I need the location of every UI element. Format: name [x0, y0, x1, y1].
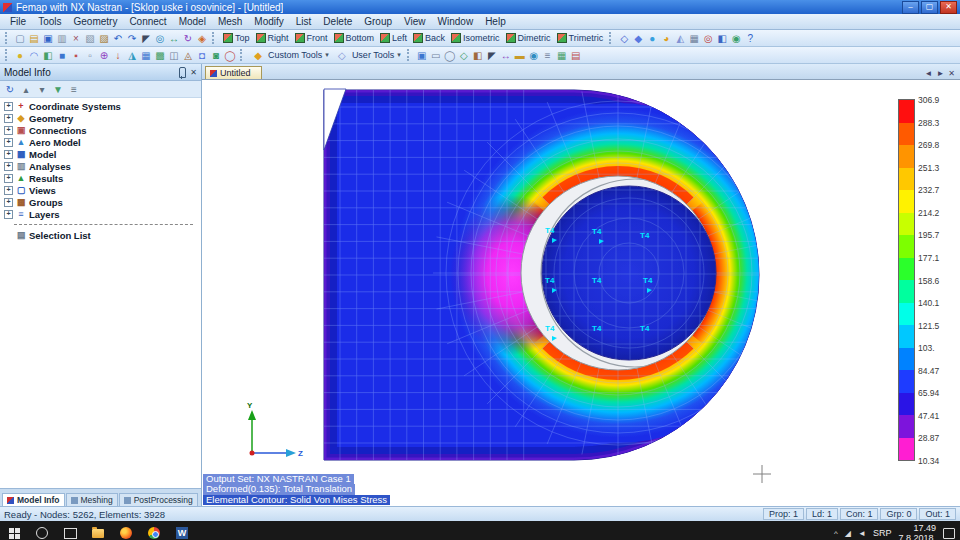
menu-list[interactable]: List: [290, 16, 318, 27]
menu-connect[interactable]: Connect: [123, 16, 172, 27]
menu-group[interactable]: Group: [358, 16, 398, 27]
view-options-icon[interactable]: ◧: [715, 32, 729, 45]
panel-header[interactable]: Model Info ✕: [0, 64, 201, 81]
taskbar-clock[interactable]: 17.49 7.8.2018.: [898, 523, 936, 540]
wireframe-icon[interactable]: ◇: [617, 32, 631, 45]
entity-info-icon[interactable]: ◉: [527, 49, 541, 62]
visibility-icon[interactable]: ◉: [729, 32, 743, 45]
polygon-select-icon[interactable]: ◇: [457, 49, 471, 62]
view-back-button[interactable]: Back: [410, 33, 448, 43]
tree-item-geometry[interactable]: +◆Geometry: [0, 112, 201, 124]
view-top-button[interactable]: Top: [220, 33, 253, 43]
expander-icon[interactable]: +: [4, 102, 13, 111]
cut-icon[interactable]: ×: [69, 32, 83, 45]
node-icon[interactable]: ▪: [69, 49, 83, 62]
pointer-icon[interactable]: ◤: [139, 32, 153, 45]
tree-item-connections[interactable]: +▣Connections: [0, 124, 201, 136]
solid-icon[interactable]: ■: [55, 49, 69, 62]
open-icon[interactable]: ▤: [27, 32, 41, 45]
panel-tab-postprocessing[interactable]: PostProcessing: [119, 493, 198, 506]
delete-mesh-icon[interactable]: ◯: [223, 49, 237, 62]
pin-icon[interactable]: [179, 67, 186, 78]
menu-delete[interactable]: Delete: [317, 16, 358, 27]
select-all-icon[interactable]: ▣: [415, 49, 429, 62]
menu-modify[interactable]: Modify: [248, 16, 289, 27]
expander-icon[interactable]: +: [4, 162, 13, 171]
search-button[interactable]: [28, 521, 56, 540]
tree-item-selection-list[interactable]: ▤Selection List: [0, 229, 201, 241]
custom-tools-dropdown[interactable]: ◆Custom Tools▾: [248, 49, 332, 62]
expander-icon[interactable]: +: [4, 114, 13, 123]
surface-icon[interactable]: ◧: [41, 49, 55, 62]
zoom-icon[interactable]: ◎: [153, 32, 167, 45]
tree-item-aero-model[interactable]: +▲Aero Model: [0, 136, 201, 148]
panel-filter-icon[interactable]: ▼: [51, 83, 65, 96]
save-icon[interactable]: ▣: [41, 32, 55, 45]
document-tab-untitled[interactable]: Untitled: [205, 66, 262, 79]
tree-item-model[interactable]: +▦Model: [0, 148, 201, 160]
action-center-icon[interactable]: [943, 528, 955, 539]
quad-element-icon[interactable]: ◫: [167, 49, 181, 62]
ruler-icon[interactable]: ▬: [513, 49, 527, 62]
snap-icon[interactable]: ◎: [701, 32, 715, 45]
paste-icon[interactable]: ▨: [97, 32, 111, 45]
panel-tab-model-info[interactable]: Model Info: [2, 493, 65, 506]
close-button[interactable]: ✕: [940, 1, 957, 14]
expander-icon[interactable]: +: [4, 126, 13, 135]
view-isometric-button[interactable]: Isometric: [448, 33, 503, 43]
expander-icon[interactable]: +: [4, 174, 13, 183]
help-icon[interactable]: ?: [743, 32, 757, 45]
expander-icon[interactable]: +: [4, 210, 13, 219]
shaded-icon[interactable]: ●: [645, 32, 659, 45]
front-select-icon[interactable]: ◧: [471, 49, 485, 62]
menu-file[interactable]: File: [4, 16, 32, 27]
volume-icon[interactable]: ◄: [858, 529, 866, 538]
pick-icon[interactable]: ◤: [485, 49, 499, 62]
perspective-icon[interactable]: ◭: [673, 32, 687, 45]
tree-item-results[interactable]: +▲Results: [0, 172, 201, 184]
mesh-check-icon[interactable]: ◙: [209, 49, 223, 62]
grid-icon[interactable]: ▦: [687, 32, 701, 45]
tree-item-views[interactable]: +▢Views: [0, 184, 201, 196]
show-hidden-icons-chevron[interactable]: ^: [834, 529, 838, 538]
measure-icon[interactable]: ↔: [499, 49, 513, 62]
menu-model[interactable]: Model: [173, 16, 212, 27]
undo-icon[interactable]: ↶: [111, 32, 125, 45]
expander-icon[interactable]: +: [4, 198, 13, 207]
view-dimetric-button[interactable]: Dimetric: [503, 33, 554, 43]
pan-icon[interactable]: ↔: [167, 32, 181, 45]
minimize-button[interactable]: –: [902, 1, 919, 14]
toolbar-handle[interactable]: [5, 32, 10, 44]
toolbar-handle[interactable]: [212, 32, 217, 44]
hex-element-icon[interactable]: ◘: [195, 49, 209, 62]
toolbar-handle[interactable]: [609, 32, 614, 44]
maximize-button[interactable]: ▢: [921, 1, 938, 14]
menu-help[interactable]: Help: [479, 16, 512, 27]
refine-mesh-icon[interactable]: ▩: [153, 49, 167, 62]
tri-element-icon[interactable]: ◬: [181, 49, 195, 62]
panel-close-icon[interactable]: ✕: [190, 68, 197, 77]
new-icon[interactable]: ▢: [13, 32, 27, 45]
panel-expand-all-icon[interactable]: ▾: [35, 83, 49, 96]
csys-icon[interactable]: ⊕: [97, 49, 111, 62]
chrome-button[interactable]: [140, 521, 168, 540]
circle-select-icon[interactable]: ◯: [443, 49, 457, 62]
tab-scroll-left-icon[interactable]: ◄: [924, 69, 932, 78]
menu-geometry[interactable]: Geometry: [67, 16, 123, 27]
view-front-button[interactable]: Front: [292, 33, 331, 43]
start-button[interactable]: [0, 521, 28, 540]
table-icon[interactable]: ▦: [555, 49, 569, 62]
language-indicator[interactable]: SRP: [873, 528, 892, 538]
file-explorer-button[interactable]: [84, 521, 112, 540]
constraint-icon[interactable]: ◮: [125, 49, 139, 62]
view-trimetric-button[interactable]: Trimetric: [554, 33, 607, 43]
user-tools-dropdown[interactable]: ◇User Tools▾: [332, 49, 404, 62]
fit-view-icon[interactable]: ◈: [195, 32, 209, 45]
task-view-button[interactable]: [56, 521, 84, 540]
tab-close-icon[interactable]: ✕: [948, 69, 955, 78]
panel-collapse-all-icon[interactable]: ▴: [19, 83, 33, 96]
network-icon[interactable]: ◢: [845, 529, 851, 538]
load-icon[interactable]: ↓: [111, 49, 125, 62]
menu-tools[interactable]: Tools: [32, 16, 67, 27]
view-left-button[interactable]: Left: [377, 33, 410, 43]
